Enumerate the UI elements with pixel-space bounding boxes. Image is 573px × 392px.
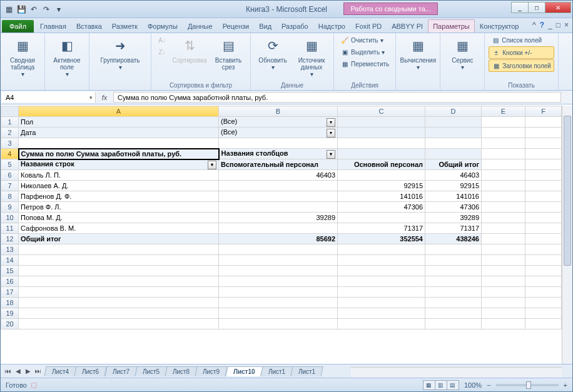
cell-D18[interactable] [425, 298, 482, 308]
cell-B6[interactable]: 46403 [219, 170, 338, 181]
qat-more-icon[interactable]: ▾ [53, 4, 64, 15]
cell-B16[interactable] [219, 276, 338, 287]
tab-Рецензи[interactable]: Рецензи [218, 19, 255, 33]
cell-B19[interactable] [219, 308, 338, 319]
sheet-tab-Лист10[interactable]: Лист10 [225, 366, 263, 376]
sheet-tab-Лист5[interactable]: Лист5 [134, 366, 168, 376]
refresh-button[interactable]: ⟳Обновить▾ [255, 34, 291, 72]
row-header-20[interactable]: 20 [1, 319, 19, 329]
redo-icon[interactable]: ↷ [41, 4, 52, 15]
cell-D10[interactable]: 39289 [425, 213, 482, 223]
tab-Формулы[interactable]: Формулы [143, 19, 183, 33]
cell-A16[interactable] [19, 276, 219, 287]
row-header-7[interactable]: 7 [1, 181, 19, 191]
select-button[interactable]: ▣Выделить ▾ [338, 46, 392, 58]
cell-C9[interactable]: 47306 [338, 202, 425, 213]
cell-A8[interactable]: Парфенов Д. Ф. [19, 191, 219, 202]
cell-B11[interactable] [219, 223, 338, 234]
cell-B3[interactable] [219, 138, 338, 149]
page-break-icon[interactable]: ▤ [447, 380, 459, 390]
row-header-17[interactable]: 17 [1, 287, 19, 298]
cell-B9[interactable] [219, 202, 338, 213]
cell-A9[interactable]: Петров Ф. Л. [19, 202, 219, 213]
row-header-12[interactable]: 12 [1, 234, 19, 244]
worksheet-area[interactable]: ABCDEF1Пол(Все)▾2Дата(Все)▾34Сумма по по… [1, 106, 572, 364]
cell-A18[interactable] [19, 298, 219, 308]
fx-icon[interactable]: fx [97, 91, 112, 104]
service-button[interactable]: ▦Сервис▾ [444, 34, 480, 72]
row-header-8[interactable]: 8 [1, 191, 19, 202]
col-header-A[interactable]: A [19, 106, 219, 117]
cell-B15[interactable] [219, 266, 338, 276]
cell-C7[interactable]: 92915 [338, 181, 425, 191]
cell-A20[interactable] [19, 319, 219, 329]
cell-A14[interactable] [19, 255, 219, 266]
cell-C8[interactable]: 141016 [338, 191, 425, 202]
cell-D1[interactable] [425, 117, 482, 128]
plus-minus-button[interactable]: ±Кнопки +/- [489, 46, 554, 59]
cell-A12[interactable]: Общий итог [19, 234, 219, 244]
cell-D4[interactable] [425, 149, 482, 159]
row-header-3[interactable]: 3 [1, 138, 19, 149]
sheet-tab-Лист9[interactable]: Лист9 [195, 366, 228, 376]
cell-A19[interactable] [19, 308, 219, 319]
cell-D19[interactable] [425, 308, 482, 319]
maximize-button[interactable]: □ [528, 2, 545, 13]
formula-bar[interactable]: Сумма по полю Сумма заработной платы, ру… [113, 92, 561, 103]
cell-D9[interactable]: 47306 [425, 202, 482, 213]
row-header-19[interactable]: 19 [1, 308, 19, 319]
cell-C20[interactable] [338, 319, 425, 329]
tab-Вид[interactable]: Вид [254, 19, 276, 33]
col-header-C[interactable]: C [338, 106, 425, 117]
cell-A17[interactable] [19, 287, 219, 298]
cell-B8[interactable] [219, 191, 338, 202]
sheet-tab-Лист4[interactable]: Лист4 [44, 366, 77, 376]
insert-slicer-button[interactable]: ▤Вставить срез [210, 34, 246, 72]
row-header-11[interactable]: 11 [1, 223, 19, 234]
move-button[interactable]: ▦Переместить [338, 58, 392, 69]
cell-D14[interactable] [425, 255, 482, 266]
cell-A3[interactable] [19, 138, 219, 149]
cell-D8[interactable]: 141016 [425, 191, 482, 202]
data-source-button[interactable]: ▦Источник данных▾ [293, 34, 330, 79]
cell-A4[interactable]: Сумма по полю Сумма заработной платы, ру… [19, 149, 219, 159]
sheet-tab-Лист7[interactable]: Лист7 [104, 366, 138, 376]
row-header-6[interactable]: 6 [1, 170, 19, 181]
filter-dropdown-icon[interactable]: ▾ [327, 118, 335, 127]
col-header-E[interactable]: E [482, 106, 525, 117]
tab-Вставка[interactable]: Вставка [71, 19, 107, 33]
row-header-15[interactable]: 15 [1, 266, 19, 276]
cell-D2[interactable] [425, 128, 482, 138]
help-icon[interactable]: ? [540, 21, 544, 29]
cell-D12[interactable]: 438246 [425, 234, 482, 244]
cell-C2[interactable] [338, 128, 425, 138]
calculations-button[interactable]: ▦Вычисления▾ [400, 34, 436, 72]
tab-Разметк[interactable]: Разметк [107, 19, 143, 33]
select-all-corner[interactable] [1, 106, 19, 117]
row-header-9[interactable]: 9 [1, 202, 19, 213]
cell-B20[interactable] [219, 319, 338, 329]
cell-C13[interactable] [338, 244, 425, 255]
sheet-tab-Лист8[interactable]: Лист8 [165, 366, 198, 376]
cell-D3[interactable] [425, 138, 482, 149]
cell-A5[interactable]: Названия строк▾ [19, 159, 219, 170]
pivot-table-button[interactable]: ▦Сводная таблица▾ [4, 34, 41, 79]
cell-C3[interactable] [338, 138, 425, 149]
row-header-10[interactable]: 10 [1, 213, 19, 223]
view-buttons[interactable]: ▦ ▥ ▤ [423, 380, 459, 390]
cell-A10[interactable]: Попова М. Д. [19, 213, 219, 223]
tab-Параметры[interactable]: Параметры [428, 19, 475, 33]
sheet-tab-Лист1[interactable]: Лист1 [260, 366, 293, 376]
sheet-tab-Лист6[interactable]: Лист6 [74, 366, 108, 376]
horizontal-scrollbar[interactable] [351, 367, 562, 378]
cell-C4[interactable] [338, 149, 425, 159]
active-field-button[interactable]: ◧Активное поле▾ [49, 34, 85, 79]
row-header-14[interactable]: 14 [1, 255, 19, 266]
cell-B4[interactable]: Названия столбцов▾ [219, 149, 338, 159]
page-layout-icon[interactable]: ▥ [435, 380, 447, 390]
row-header-5[interactable]: 5 [1, 159, 19, 170]
cell-D11[interactable]: 71317 [425, 223, 482, 234]
cell-C17[interactable] [338, 287, 425, 298]
workbook-close-icon[interactable]: × [564, 21, 569, 29]
field-headers-button[interactable]: ▦Заголовки полей [489, 59, 554, 72]
